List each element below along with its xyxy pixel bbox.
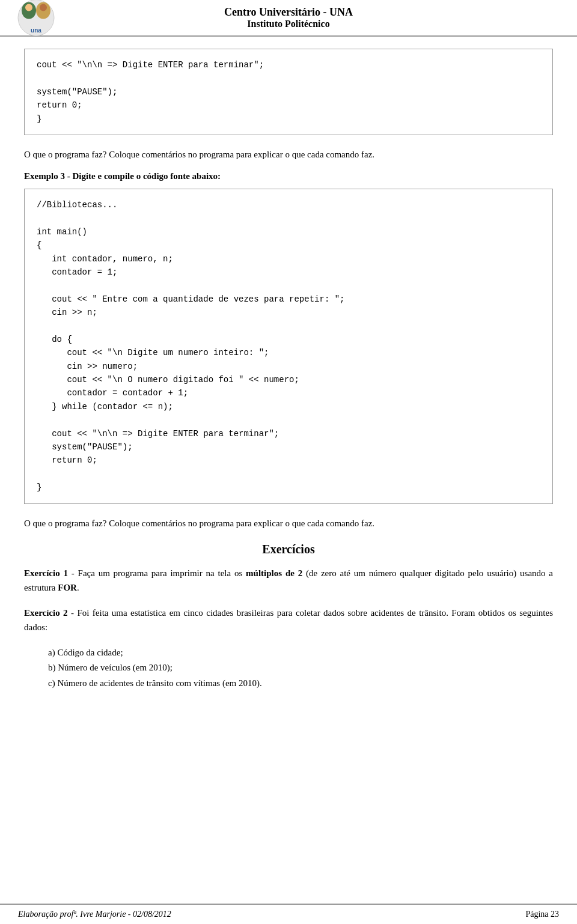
svg-text:una: una [31,26,41,33]
second-question: O que o programa faz? Coloque comentário… [24,516,553,530]
header-text: Centro Universitário - UNA Instituto Pol… [224,6,353,29]
footer-left: Elaboração profª. Ivre Marjorie - 02/08/… [18,910,171,919]
second-code-block: //Bibliotecas... int main() { int contad… [24,189,553,504]
list-item: Número de veículos (em 2010); [48,660,553,676]
list-item: Código da cidade; [48,645,553,661]
exercise2-list: Código da cidade; Número de veículos (em… [48,645,553,691]
exercise2-label: Exercício 2 [24,608,68,618]
second-code-text: //Bibliotecas... int main() { int contad… [37,198,540,494]
header-title: Centro Universitário - UNA [224,6,353,19]
exercise1-text3: . [77,583,79,592]
header-subtitle: Instituto Politécnico [224,19,353,29]
exercise1-text1: - Faça um programa para imprimir na tela… [68,568,246,578]
first-code-text: cout << "\n\n => Digite ENTER para termi… [37,58,540,126]
page-header: una Centro Universitário - UNA Instituto… [0,0,577,37]
logo: una [12,0,60,37]
exercise2-para: Exercício 2 - Foi feita uma estatística … [24,606,553,634]
exercise2-text: - Foi feita uma estatística em cinco cid… [24,608,553,632]
exercise1-label: Exercício 1 [24,568,68,578]
svg-point-3 [25,4,32,11]
main-content: cout << "\n\n => Digite ENTER para termi… [0,37,577,904]
page-footer: Elaboração profª. Ivre Marjorie - 02/08/… [0,904,577,924]
example3-heading: Exemplo 3 - Digite e compile o código fo… [24,171,553,181]
footer-right: Página 23 [525,910,559,919]
page: una Centro Universitário - UNA Instituto… [0,0,577,924]
exercises-heading: Exercícios [24,543,553,556]
first-code-block: cout << "\n\n => Digite ENTER para termi… [24,49,553,135]
exercise1-bold1: múltiplos de 2 [246,568,302,578]
svg-point-4 [40,4,47,11]
first-question: O que o programa faz? Coloque comentário… [24,147,553,162]
list-item: Número de acidentes de trânsito com víti… [48,676,553,691]
exercise1-para: Exercício 1 - Faça um programa para impr… [24,566,553,595]
exercise1-bold2: FOR [58,583,77,592]
